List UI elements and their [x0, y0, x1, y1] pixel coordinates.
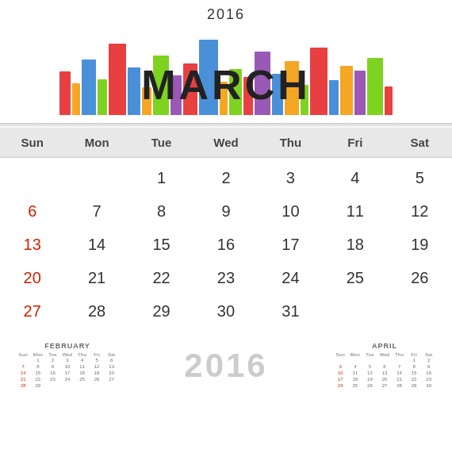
day-cell: 10 [259, 194, 323, 228]
mini-day: 10 [333, 370, 348, 376]
day-cell [388, 294, 452, 328]
mini-day: 9 [45, 363, 60, 370]
day-cell: 27 [0, 294, 64, 328]
building [385, 86, 393, 115]
mini-day: 16 [421, 370, 436, 376]
mini-day: 22 [407, 376, 422, 382]
mini-day: 7 [16, 363, 31, 370]
mini-day: 11 [75, 363, 90, 370]
day-cell: 12 [388, 194, 452, 228]
mini-day: 10 [60, 363, 75, 370]
day-cell: 7 [64, 194, 128, 228]
mini-day: 4 [348, 363, 363, 370]
day-cell: 28 [64, 294, 128, 328]
mini-feb-title: FEBRUARY [16, 342, 119, 350]
calendar-header: 2016 MARCH [0, 0, 452, 123]
day-cell: 6 [0, 194, 64, 228]
mini-day [348, 357, 363, 363]
day-cell: 26 [388, 261, 452, 294]
day-header-fri: Fri [323, 132, 387, 152]
mini-day: 27 [104, 376, 119, 382]
mini-day: 17 [60, 370, 75, 376]
calendar-grid: 1234567891011121314151617181920212223242… [0, 158, 452, 331]
mini-apr-grid: SunMonTueWedThuFriSat1234567891011121314… [333, 352, 436, 389]
day-cell: 15 [129, 228, 193, 261]
center-year-label: 2016 [119, 347, 333, 385]
mini-day: 21 [392, 376, 407, 382]
mini-day [75, 382, 90, 389]
mini-day: 13 [104, 363, 119, 370]
mini-feb-calendar: FEBRUARY SunMonTueWedThuFriSat1234567891… [16, 342, 119, 389]
building [59, 71, 71, 115]
mini-day: 26 [362, 382, 377, 389]
mini-day: 27 [377, 382, 393, 389]
day-cell: 16 [193, 228, 258, 261]
building [367, 58, 383, 115]
mini-day: 22 [31, 376, 46, 382]
mini-day [104, 382, 119, 389]
day-cell: 29 [129, 294, 193, 328]
mini-day [377, 357, 393, 363]
mini-day: 3 [60, 357, 75, 363]
mini-day: 19 [362, 376, 377, 382]
mini-apr-title: APRIL [333, 342, 436, 350]
building [354, 71, 366, 115]
building [310, 48, 328, 115]
building [72, 83, 80, 115]
day-header-tue: Tue [129, 132, 193, 152]
mini-calendars: FEBRUARY SunMonTueWedThuFriSat1234567891… [0, 334, 452, 389]
day-header-sat: Sat [388, 132, 452, 152]
mini-day: 29 [31, 382, 46, 389]
mini-day [362, 357, 377, 363]
day-cell: 25 [323, 261, 387, 294]
day-cell: 22 [129, 261, 193, 294]
mini-day: 25 [75, 376, 90, 382]
day-cell: 14 [64, 228, 128, 261]
day-cell: 23 [193, 261, 258, 294]
building [128, 67, 140, 115]
day-cell [0, 161, 64, 194]
mini-day: 2 [421, 357, 436, 363]
day-cell: 13 [0, 228, 64, 261]
mini-feb-grid: SunMonTueWedThuFriSat1234567891011121314… [16, 352, 119, 389]
day-cell: 8 [129, 194, 193, 228]
day-cell: 4 [323, 161, 387, 194]
day-cell: 3 [259, 161, 323, 194]
mini-day: 18 [348, 376, 363, 382]
mini-day: 30 [421, 382, 436, 389]
mini-day: 14 [16, 370, 31, 376]
mini-day: 19 [90, 370, 105, 376]
day-cell: 30 [193, 294, 258, 328]
day-cell: 2 [193, 161, 258, 194]
mini-day: 3 [333, 363, 348, 370]
mini-day [392, 357, 407, 363]
mini-day: 20 [104, 370, 119, 376]
mini-day: 12 [90, 363, 105, 370]
day-cell: 11 [323, 194, 387, 228]
mini-day: 5 [90, 357, 105, 363]
day-cell: 9 [193, 194, 258, 228]
mini-day [90, 382, 105, 389]
mini-day: 1 [407, 357, 422, 363]
mini-day: 24 [60, 376, 75, 382]
day-cell: 21 [64, 261, 128, 294]
day-cell: 19 [388, 228, 452, 261]
mini-day: 2 [45, 357, 60, 363]
mini-day: 8 [31, 363, 46, 370]
mini-day [333, 357, 348, 363]
day-cell: 17 [259, 228, 323, 261]
day-header-sun: Sun [0, 132, 64, 152]
mini-day: 26 [90, 376, 105, 382]
day-cell [323, 294, 387, 328]
mini-day: 21 [16, 376, 31, 382]
mini-day: 13 [377, 370, 393, 376]
mini-day: 4 [75, 357, 90, 363]
mini-day: 23 [421, 376, 436, 382]
building [98, 79, 107, 115]
year-title: 2016 [207, 6, 245, 23]
day-cell: 24 [259, 261, 323, 294]
mini-day: 5 [362, 363, 377, 370]
mini-day: 18 [75, 370, 90, 376]
day-cell [64, 161, 128, 194]
day-cell: 31 [259, 294, 323, 328]
